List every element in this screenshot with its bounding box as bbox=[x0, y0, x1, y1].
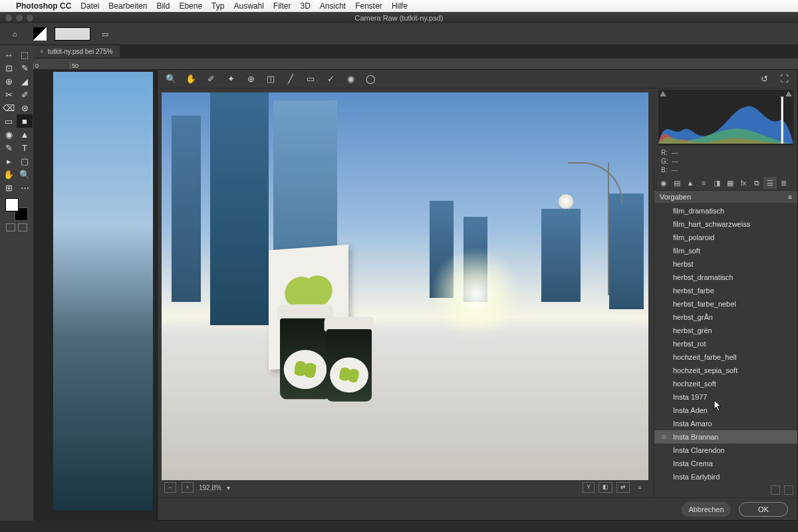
document-tab[interactable]: × tutkit-ny.psd bei 275% bbox=[33, 45, 120, 59]
preset-item[interactable]: Insta Earlybird bbox=[654, 470, 797, 483]
compare-mode[interactable]: Y bbox=[583, 482, 595, 493]
menu-datei[interactable]: Datei bbox=[80, 1, 99, 11]
preset-item[interactable]: herbst_farbe_nebel bbox=[654, 297, 797, 311]
tool-0-1[interactable]: ⬚ bbox=[17, 48, 33, 61]
transform-icon[interactable]: ▭ bbox=[304, 72, 317, 86]
preset-item[interactable]: hochzeit_soft bbox=[654, 377, 797, 390]
red-eye-icon[interactable]: ◉ bbox=[344, 72, 357, 86]
tool-9-0[interactable]: ✋ bbox=[1, 168, 17, 181]
preset-item[interactable]: film_soft bbox=[654, 244, 797, 257]
preset-item[interactable]: herbst_rot bbox=[654, 337, 797, 350]
curve-icon[interactable]: ▤ bbox=[670, 177, 684, 189]
tool-0-0[interactable]: ↔ bbox=[1, 48, 17, 61]
straighten-icon[interactable]: ╱ bbox=[284, 72, 297, 86]
before-after-swap-icon[interactable]: ⇄ bbox=[616, 482, 630, 493]
quickmask-icon[interactable] bbox=[6, 223, 15, 231]
fx-icon[interactable]: fx bbox=[737, 177, 750, 189]
detail-icon[interactable]: ▲ bbox=[684, 177, 697, 189]
preset-item[interactable]: Insta Brannan bbox=[654, 430, 797, 444]
preset-item[interactable]: Insta Crema bbox=[654, 457, 797, 470]
fill-swatch[interactable] bbox=[29, 26, 51, 42]
hsl-icon[interactable]: ≡ bbox=[697, 177, 710, 189]
delete-preset-icon[interactable] bbox=[784, 485, 793, 495]
tool-8-0[interactable]: ▸ bbox=[1, 154, 17, 168]
preset-item[interactable]: herbst_grèn bbox=[654, 324, 797, 337]
snapshots-icon[interactable]: ≣ bbox=[777, 177, 790, 189]
menu-bearbeiten[interactable]: Bearbeiten bbox=[108, 1, 147, 11]
tool-2-1[interactable]: ◢ bbox=[17, 74, 33, 88]
white-balance-icon[interactable]: ✐ bbox=[204, 72, 217, 86]
menu-typ[interactable]: Typ bbox=[211, 1, 224, 11]
cancel-button[interactable]: Abbrechen bbox=[682, 502, 731, 517]
tool-4-1[interactable]: ⊛ bbox=[17, 101, 33, 114]
menu-fenster[interactable]: Fenster bbox=[355, 1, 382, 11]
tool-7-1[interactable]: T bbox=[17, 141, 33, 154]
new-preset-icon[interactable] bbox=[771, 485, 780, 495]
preset-item[interactable]: herbst_grÅn bbox=[654, 311, 797, 324]
split-icon[interactable]: ◨ bbox=[710, 177, 724, 189]
calibrate-icon[interactable]: ⧉ bbox=[750, 177, 763, 189]
radial-icon[interactable]: ◯ bbox=[364, 72, 377, 86]
lens-icon[interactable]: ▦ bbox=[724, 177, 737, 189]
tool-3-0[interactable]: ✂ bbox=[1, 88, 17, 101]
spot-removal-icon[interactable]: ✓ bbox=[324, 72, 337, 86]
tool-5-1[interactable]: ■ bbox=[17, 114, 33, 128]
screenmode-icon[interactable] bbox=[18, 223, 27, 231]
tool-10-1[interactable]: ⋯ bbox=[17, 181, 33, 194]
tool-3-1[interactable]: ✐ bbox=[17, 88, 33, 101]
zoom-out-icon[interactable]: − bbox=[164, 482, 176, 493]
tool-7-0[interactable]: ✎ bbox=[1, 141, 17, 154]
tool-9-1[interactable]: 🔍 bbox=[17, 168, 33, 181]
preset-item[interactable]: film_hart_schwarzweiss bbox=[654, 217, 797, 231]
zoom-level[interactable]: 192,8% bbox=[199, 484, 221, 491]
ok-button[interactable]: OK bbox=[739, 502, 788, 517]
app-name[interactable]: Photoshop CC bbox=[16, 1, 71, 11]
menu-hilfe[interactable]: Hilfe bbox=[392, 1, 408, 11]
rotate-ccw-icon[interactable]: ↺ bbox=[757, 72, 771, 86]
tool-6-0[interactable]: ◉ bbox=[1, 128, 17, 141]
crop-icon[interactable]: ◫ bbox=[264, 72, 277, 86]
histogram[interactable] bbox=[658, 90, 793, 146]
raw-preview[interactable] bbox=[162, 92, 648, 480]
opacity-field[interactable] bbox=[55, 26, 90, 42]
preset-item[interactable]: Insta Aden bbox=[654, 404, 797, 417]
preset-item[interactable]: hochzeit_sepia_soft bbox=[654, 364, 797, 377]
basic-icon[interactable]: ◉ bbox=[657, 177, 670, 189]
tool-6-1[interactable]: ▲ bbox=[17, 128, 33, 141]
tool-10-0[interactable]: ⊞ bbox=[1, 181, 17, 194]
preset-item[interactable]: herbst_dramatisch bbox=[654, 271, 797, 284]
hand-icon[interactable]: ✋ bbox=[184, 72, 198, 86]
preset-item[interactable]: Insta Amaro bbox=[654, 417, 797, 430]
zoom-dropdown-icon[interactable]: ▾ bbox=[227, 484, 230, 491]
preset-list[interactable]: film_dramatischfilm_hart_schwarzweissfil… bbox=[654, 203, 797, 483]
preset-item[interactable]: Insta 1977 bbox=[654, 390, 797, 404]
tool-5-0[interactable]: ▭ bbox=[1, 114, 17, 128]
preset-item[interactable]: Insta Clarendon bbox=[654, 444, 797, 457]
preview-menu-icon[interactable]: ≡ bbox=[634, 482, 646, 493]
menu-auswahl[interactable]: Auswahl bbox=[233, 1, 263, 11]
color-sampler-icon[interactable]: ✦ bbox=[224, 72, 237, 86]
fullscreen-icon[interactable]: ⛶ bbox=[777, 72, 791, 86]
preset-item[interactable]: herbst bbox=[654, 257, 797, 271]
tool-8-1[interactable]: ▢ bbox=[17, 154, 33, 168]
before-after-split-icon[interactable]: ◧ bbox=[598, 482, 612, 493]
menu-3d[interactable]: 3D bbox=[300, 1, 310, 11]
layer-new-icon[interactable]: ▭ bbox=[94, 26, 116, 42]
zoom-in-icon[interactable]: + bbox=[182, 482, 194, 493]
close-tab-icon[interactable]: × bbox=[40, 48, 44, 55]
foreground-background-swatch[interactable] bbox=[5, 198, 28, 221]
tool-4-0[interactable]: ⌫ bbox=[1, 101, 17, 114]
presets-icon[interactable]: ☰ bbox=[763, 177, 777, 189]
menu-ansicht[interactable]: Ansicht bbox=[320, 1, 346, 11]
preset-item[interactable]: film_dramatisch bbox=[654, 204, 797, 217]
menu-bild[interactable]: Bild bbox=[156, 1, 170, 11]
menu-ebene[interactable]: Ebene bbox=[179, 1, 202, 11]
zoom-icon[interactable]: 🔍 bbox=[164, 72, 178, 86]
tool-1-1[interactable]: ✎ bbox=[17, 61, 33, 74]
home-icon[interactable]: ⌂ bbox=[4, 26, 25, 42]
menu-filter[interactable]: Filter bbox=[273, 1, 291, 11]
tool-2-0[interactable]: ⊕ bbox=[1, 74, 17, 88]
tool-1-0[interactable]: ⊡ bbox=[1, 61, 17, 74]
preset-item[interactable]: herbst_farbe bbox=[654, 284, 797, 297]
target-adjust-icon[interactable]: ⊕ bbox=[244, 72, 257, 86]
